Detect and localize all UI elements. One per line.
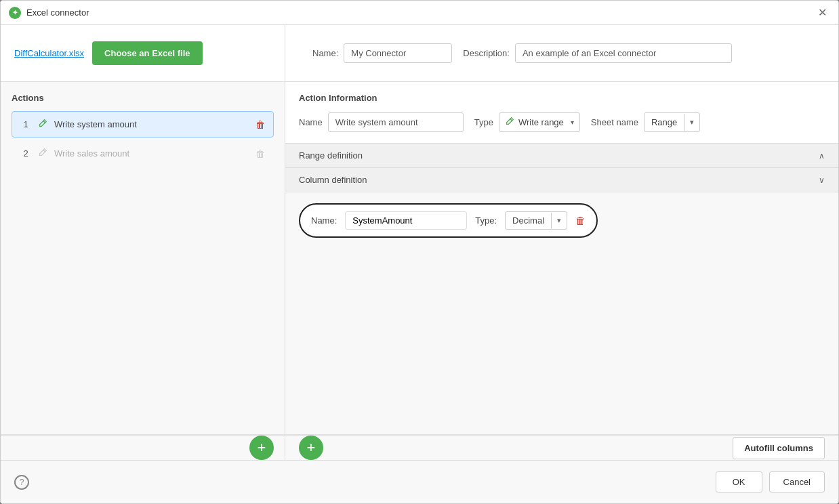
type-value: Write range: [518, 117, 564, 127]
col-delete-icon[interactable]: 🗑: [575, 215, 586, 226]
sheet-name-group: Sheet name Range ▾: [591, 112, 700, 132]
range-definition-section: Range definition ∧: [285, 144, 838, 168]
right-panel: Action Information Name Type: [285, 82, 838, 434]
description-label: Description:: [463, 48, 510, 58]
action-item-1[interactable]: 1 Write system amount 🗑: [12, 111, 274, 138]
excel-connector-window: ✦ Excel connector ✕ DiffCalculator.xlsx …: [0, 0, 839, 504]
action-pencil-icon-1: [38, 119, 47, 130]
action-type-group: Type Write range ▾: [474, 112, 580, 132]
help-section: ?: [14, 475, 29, 490]
title-bar: ✦ Excel connector ✕: [1, 1, 838, 25]
action-info-title: Action Information: [299, 93, 825, 103]
dialog-buttons: OK Cancel: [716, 471, 825, 492]
column-collapse-icon: ∨: [819, 175, 825, 185]
cancel-button[interactable]: Cancel: [769, 471, 825, 492]
right-panel-bottom-bar: + Autofill columns: [285, 435, 838, 460]
column-definition-header[interactable]: Column definition ∨: [285, 168, 838, 192]
action-name-input[interactable]: [328, 112, 464, 132]
file-link[interactable]: DiffCalculator.xlsx: [14, 48, 84, 58]
connector-name-input[interactable]: [344, 43, 452, 63]
col-type-wrapper[interactable]: Decimal ▾: [505, 211, 567, 230]
col-name-label: Name:: [311, 215, 337, 226]
action-info-section: Action Information Name Type: [285, 82, 838, 144]
main-panels: Actions 1 Write system amount 🗑: [1, 82, 838, 434]
column-definition-title: Column definition: [299, 175, 367, 185]
range-collapse-icon: ∧: [819, 151, 825, 161]
range-definition-title: Range definition: [299, 150, 363, 161]
sheet-name-label: Sheet name: [591, 117, 638, 127]
action-item-2[interactable]: 2 Write sales amount 🗑: [12, 140, 274, 167]
sheet-chevron-icon: ▾: [684, 114, 699, 131]
name-label: Name:: [312, 48, 338, 58]
close-button[interactable]: ✕: [814, 5, 830, 21]
ok-button[interactable]: OK: [716, 471, 762, 492]
left-panel-bottom: +: [1, 435, 285, 460]
window-title: Excel connector: [26, 7, 89, 18]
help-icon[interactable]: ?: [14, 475, 29, 490]
status-bar: ? OK Cancel: [1, 460, 838, 503]
sheet-value: Range: [644, 113, 684, 131]
right-panel-top: Name: Description:: [299, 43, 825, 63]
name-field-group: Name:: [312, 43, 452, 63]
choose-file-button[interactable]: Choose an Excel file: [92, 41, 202, 65]
column-definition-content: Name: Type: Decimal ▾ 🗑: [285, 192, 838, 434]
autofill-button[interactable]: Autofill columns: [733, 437, 825, 459]
actions-section-title: Actions: [12, 93, 274, 103]
action-number-1: 1: [20, 119, 31, 129]
right-bottom-left: +: [299, 436, 323, 460]
type-chevron-icon: ▾: [571, 119, 574, 126]
right-bottom-right: Autofill columns: [733, 437, 825, 459]
action-type-label: Type: [474, 117, 493, 127]
action-pencil-icon-2: [38, 148, 47, 159]
action-info-fields: Name Type Write range: [299, 112, 825, 132]
col-type-chevron-icon: ▾: [551, 213, 567, 228]
description-field-group: Description:: [463, 43, 732, 63]
column-definition-section: Column definition ∨ Name: Type: Decimal …: [285, 168, 838, 434]
action-delete-icon-2[interactable]: 🗑: [255, 148, 265, 159]
action-delete-icon-1[interactable]: 🗑: [255, 119, 265, 130]
sheet-select-wrapper[interactable]: Range ▾: [644, 112, 700, 132]
description-input[interactable]: [515, 43, 732, 63]
type-select-wrapper[interactable]: Write range ▾: [499, 112, 580, 132]
col-type-value: Decimal: [506, 212, 551, 229]
main-bottom: + + Autofill columns: [1, 434, 838, 460]
action-name-label: Name: [299, 117, 323, 127]
left-panel-top: DiffCalculator.xlsx Choose an Excel file: [14, 25, 285, 81]
add-column-button[interactable]: +: [299, 436, 323, 460]
left-panel: Actions 1 Write system amount 🗑: [1, 82, 285, 434]
app-icon: ✦: [9, 7, 21, 19]
action-label-2: Write sales amount: [54, 148, 249, 159]
top-bar: DiffCalculator.xlsx Choose an Excel file…: [1, 25, 838, 82]
action-name-group: Name: [299, 112, 464, 132]
add-action-button[interactable]: +: [249, 436, 274, 460]
actions-list: 1 Write system amount 🗑 2: [12, 111, 274, 423]
col-type-label: Type:: [475, 215, 497, 226]
title-bar-left: ✦ Excel connector: [9, 7, 89, 19]
column-row-1: Name: Type: Decimal ▾ 🗑: [299, 203, 598, 238]
col-name-input[interactable]: [345, 211, 467, 230]
action-number-2: 2: [20, 148, 31, 159]
range-definition-header[interactable]: Range definition ∧: [285, 144, 838, 167]
action-label-1: Write system amount: [54, 119, 249, 129]
type-pencil-icon: [505, 117, 514, 128]
